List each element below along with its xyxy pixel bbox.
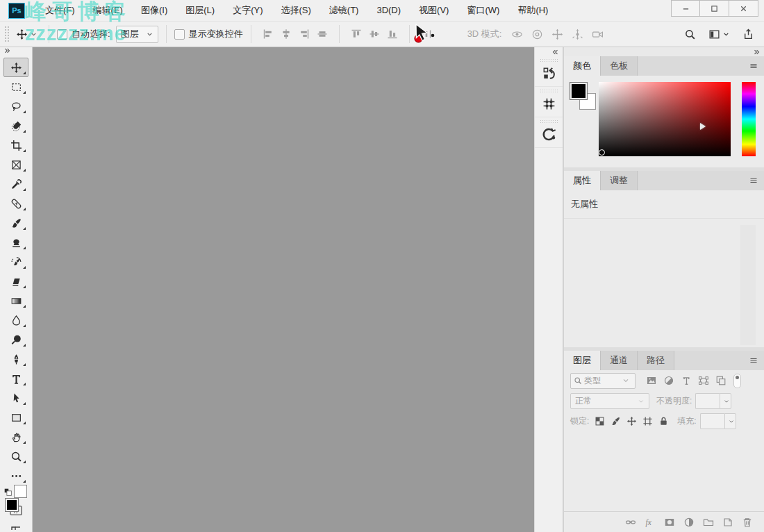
panel-tab[interactable]: 通道 [601, 351, 638, 370]
menubar-item[interactable]: 帮助(H) [508, 0, 557, 21]
3d-slide-icon[interactable] [572, 28, 583, 40]
panel-tab[interactable]: 路径 [638, 351, 674, 370]
brush-tool[interactable] [3, 213, 28, 233]
spot-healing-tool[interactable] [3, 194, 28, 213]
minimize-button[interactable] [671, 0, 700, 17]
options-grip-handle[interactable] [4, 26, 9, 42]
rectangle-shape-tool[interactable] [3, 408, 28, 427]
align-horizontal-centers-icon[interactable] [281, 28, 292, 40]
strip-expand-button[interactable] [535, 47, 563, 56]
auto-select-dropdown[interactable]: 图层 [116, 26, 158, 43]
rotate-view-panel-button[interactable] [535, 117, 563, 148]
panel-tab[interactable]: 图层 [564, 351, 601, 370]
new-layer-icon[interactable] [722, 517, 733, 528]
menubar-item[interactable]: 3D(D) [367, 0, 410, 21]
canvas-area[interactable] [33, 47, 534, 532]
burn-tool[interactable] [3, 330, 28, 349]
default-colors-icon[interactable] [3, 488, 13, 497]
saturation-brightness-field[interactable] [599, 82, 731, 156]
rect-marquee-tool[interactable] [3, 77, 28, 97]
lasso-tool[interactable] [3, 97, 28, 116]
smart-object-filter-icon[interactable] [715, 375, 726, 386]
foreground-color-swatch[interactable] [5, 498, 19, 512]
layers-list-area[interactable] [564, 431, 764, 511]
panel-menu-icon[interactable] [749, 62, 758, 70]
close-button[interactable] [729, 0, 758, 17]
3d-orbit-icon[interactable] [511, 28, 523, 40]
frame-tool[interactable] [3, 155, 28, 174]
ellipsis-tool[interactable] [3, 466, 28, 485]
pen-tool[interactable] [3, 349, 28, 369]
move-tool[interactable] [3, 58, 28, 77]
history-brush-tool[interactable] [3, 252, 28, 272]
show-transform-checkbox[interactable] [174, 29, 185, 40]
menubar-item[interactable]: 滤镜(T) [320, 0, 368, 21]
3d-pan-icon[interactable] [551, 28, 563, 40]
maximize-button[interactable] [700, 0, 729, 17]
quick-selection-tool[interactable] [3, 116, 28, 135]
panel-tab[interactable]: 属性 [564, 171, 601, 190]
layer-filtering-toggle[interactable] [733, 374, 741, 388]
crop-tool[interactable] [3, 135, 28, 155]
menubar-item[interactable]: 图层(L) [176, 0, 224, 21]
align-vertical-centers-icon[interactable] [317, 28, 328, 40]
blur-tool[interactable] [3, 310, 28, 330]
opacity-dropdown-button[interactable] [720, 393, 731, 409]
panel-tab[interactable]: 颜色 [564, 56, 601, 76]
menubar-item[interactable]: 图像(I) [132, 0, 176, 21]
new-adjustment-layer-icon[interactable] [683, 517, 695, 528]
distribute-horizontal-centers-icon[interactable] [421, 28, 432, 40]
menubar-item[interactable]: 文件(F) [36, 0, 84, 21]
type-tool[interactable] [3, 369, 28, 388]
search-icon[interactable] [684, 28, 696, 40]
panel-tab[interactable]: 色板 [601, 56, 638, 76]
toolbox-collapse-button[interactable] [0, 47, 32, 54]
adjustment-layer-filter-icon[interactable] [663, 375, 674, 386]
menubar-item[interactable]: 视图(V) [410, 0, 458, 21]
fill-input[interactable] [700, 413, 724, 429]
hand-tool[interactable] [3, 427, 28, 447]
zoom-tool[interactable] [3, 447, 28, 466]
layer-filter-type-dropdown[interactable]: 类型 [570, 373, 636, 389]
panel-color-swatches[interactable] [570, 82, 599, 124]
lock-pixels-icon[interactable] [611, 416, 621, 426]
3d-roll-icon[interactable] [531, 28, 543, 40]
menubar-item[interactable]: 窗口(W) [458, 0, 508, 21]
panel-menu-icon[interactable] [749, 176, 758, 185]
align-middle-edges-icon[interactable] [369, 28, 380, 40]
new-group-icon[interactable] [703, 517, 714, 528]
menubar-item[interactable]: 选择(S) [272, 0, 319, 21]
align-right-edges-icon[interactable] [299, 28, 310, 40]
link-layers-icon[interactable] [625, 517, 636, 528]
foreground-color-swatch[interactable] [570, 82, 588, 100]
history-panel-button[interactable] [535, 56, 563, 87]
menubar-item[interactable]: 文字(Y) [224, 0, 272, 21]
current-tool-button[interactable] [16, 28, 38, 40]
align-left-edges-icon[interactable] [263, 28, 274, 40]
hue-strip[interactable] [742, 82, 756, 156]
eyedropper-tool[interactable] [3, 174, 28, 194]
3d-camera-icon[interactable] [592, 28, 604, 40]
pixel-layer-filter-icon[interactable] [646, 375, 657, 386]
delete-layer-icon[interactable] [742, 517, 753, 528]
align-bottom-edges-icon[interactable] [387, 28, 398, 40]
scrollbar-track[interactable] [740, 225, 756, 345]
workspace-switcher-icon[interactable] [708, 28, 720, 40]
align-top-edges-icon[interactable] [351, 28, 362, 40]
type-layer-filter-icon[interactable] [681, 375, 692, 386]
lock-transparency-icon[interactable] [595, 416, 605, 426]
color-picker-handle[interactable] [599, 149, 605, 156]
dock-collapse-button[interactable] [564, 47, 764, 56]
share-icon[interactable] [742, 28, 754, 40]
eraser-tool[interactable] [3, 272, 28, 291]
background-color-swatch[interactable] [14, 485, 27, 498]
lock-position-icon[interactable] [626, 416, 637, 426]
screen-mode-button[interactable] [9, 522, 23, 532]
lock-all-icon[interactable] [658, 416, 669, 426]
opacity-input[interactable] [695, 393, 720, 409]
panel-tab[interactable]: 调整 [601, 171, 638, 190]
fill-dropdown-button[interactable] [724, 413, 736, 429]
glyphs-panel-button[interactable] [535, 87, 563, 117]
add-mask-icon[interactable] [664, 517, 675, 528]
panel-menu-icon[interactable] [749, 356, 758, 365]
